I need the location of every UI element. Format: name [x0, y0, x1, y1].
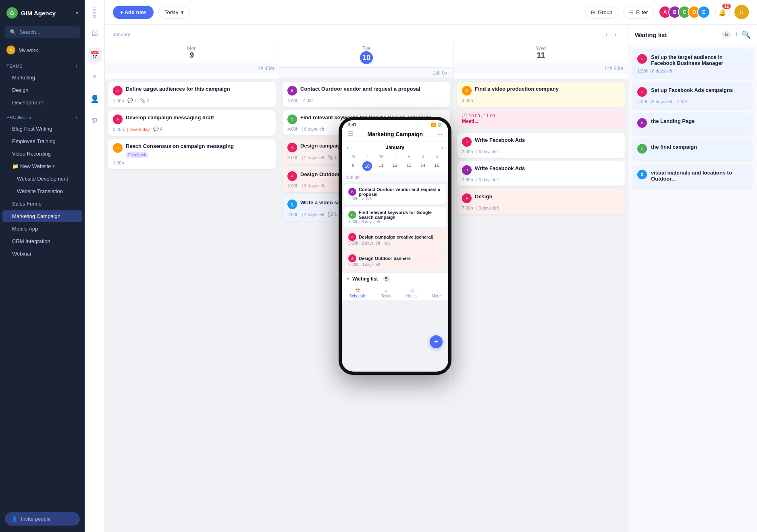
- task-title: Reach Consensus on campaign messaging: [126, 143, 271, 149]
- sidebar-item-mobile-app[interactable]: Mobile App: [2, 223, 82, 235]
- task-card[interactable]: B Contact Ourdoor vendor and request a p…: [283, 82, 450, 107]
- my-work-item[interactable]: ✦ My work: [0, 42, 85, 58]
- search-bar[interactable]: 🔍 Search...: [5, 26, 80, 38]
- phone-nav-notes[interactable]: 📄 Notes: [406, 289, 417, 298]
- today-button[interactable]: Today ▾: [158, 6, 190, 19]
- filter-label: Filter: [636, 9, 648, 15]
- waiting-item-title: the Landing Page: [651, 118, 748, 124]
- phone-calendar-header: ‹ January › M T W T F S S 9 10 11 12 13 …: [342, 141, 448, 173]
- phone-nav-more[interactable]: ··· More: [432, 289, 441, 298]
- task-card[interactable]: A Develop campaign messaging draft 0:45h…: [108, 110, 276, 136]
- task-card[interactable]: B Write Facebook Ads 2:30h | 6 days left: [457, 161, 625, 186]
- task-card[interactable]: A Write Facebook Ads 2:30h | 6 days left: [457, 133, 625, 158]
- invite-label: Invite people: [21, 516, 51, 522]
- sidebar-item-video-recording[interactable]: Video Recording: [2, 148, 82, 160]
- task-meta: 1:00h 💬 7 📎 2: [113, 98, 271, 103]
- waiting-list-panel: Waiting list 5 + 🔍 A Set up the target a…: [628, 25, 757, 532]
- phone-task-card[interactable]: B Contact Ourdoor vendor and request a p…: [344, 184, 446, 204]
- agency-dropdown-icon[interactable]: ▾: [76, 10, 78, 16]
- phone-fab-button[interactable]: +: [430, 335, 443, 348]
- phone-cal-day-9[interactable]: 9: [347, 161, 360, 171]
- waiting-add-icon[interactable]: +: [734, 30, 738, 39]
- phone-cal-day-15[interactable]: 15: [430, 161, 443, 171]
- user-avatar[interactable]: U: [734, 5, 749, 19]
- notification-button[interactable]: 🔔 12: [715, 5, 730, 19]
- sidebar-item-website-translation[interactable]: Website Translation: [2, 185, 82, 197]
- filter-button[interactable]: ⊟ Filter: [623, 6, 654, 19]
- phone-app-title: Marketing Campaign: [353, 131, 437, 137]
- phone-prev-month[interactable]: ‹: [347, 144, 349, 151]
- phone-cal-day-12[interactable]: 12: [389, 161, 402, 171]
- next-day-button[interactable]: ›: [611, 27, 620, 42]
- phone-cal-day-14[interactable]: 14: [416, 161, 430, 171]
- projects-add-button[interactable]: +: [74, 114, 78, 121]
- sidebar-item-design[interactable]: Design: [2, 84, 82, 96]
- phone-signal-icons: 📶 🔋: [431, 123, 442, 127]
- task-time: 7:00h: [462, 206, 473, 210]
- app-logo[interactable]: G GIM Agency ▾: [0, 0, 85, 26]
- sidebar-item-website-development[interactable]: Website Development: [2, 173, 82, 185]
- task-card[interactable]: D Reach Consensus on campaign messaging …: [108, 139, 276, 169]
- phone-tasks: B Contact Ourdoor vendor and request a p…: [342, 181, 448, 272]
- waiting-item-title: the final campaign: [651, 144, 748, 150]
- sidebar-item-marketing[interactable]: Marketing: [2, 72, 82, 83]
- wednesday-tasks: D Find a video production company 1:30h …: [454, 79, 628, 532]
- phone-task-card-pink[interactable]: A Design Outdoor banners 2:00h | 3 days …: [344, 251, 446, 270]
- sidebar-item-blog-post-writing[interactable]: Blog Post Writing: [2, 123, 82, 135]
- group-button[interactable]: ⊞ Group: [585, 6, 618, 19]
- tool-check-icon[interactable]: ☑: [87, 26, 102, 41]
- sidebar-item-new-website[interactable]: 📁 New Website ▾: [2, 160, 82, 172]
- sidebar-item-development[interactable]: Development: [2, 97, 82, 108]
- waiting-item[interactable]: C the final campaign: [632, 139, 753, 161]
- add-new-button[interactable]: + Add new: [113, 6, 154, 19]
- day-header-9: Mon 9 2h 45m: [105, 42, 279, 79]
- task-time: 2:30h: [462, 177, 473, 182]
- phone-menu-icon[interactable]: ☰: [347, 130, 353, 138]
- tool-list-icon[interactable]: ≡: [87, 70, 102, 84]
- phone-cal-day-10[interactable]: 10: [362, 161, 372, 171]
- new-website-collapse-icon[interactable]: ▾: [52, 164, 55, 169]
- sidebar-item-crm-integration[interactable]: CRM Integration: [2, 235, 82, 247]
- sidebar-item-employee-training[interactable]: Employee Training: [2, 135, 82, 147]
- waiting-item[interactable]: E visual materials and locations to Outd…: [632, 165, 753, 189]
- tool-settings-icon[interactable]: ⚙: [87, 113, 102, 128]
- phone-task-title: Design Outdoor banners: [359, 256, 411, 261]
- phone-more-icon[interactable]: ···: [437, 131, 443, 138]
- task-assignee-avatar: B: [287, 86, 297, 96]
- phone-next-month[interactable]: ›: [441, 144, 443, 151]
- phone-nav-tasks[interactable]: ✓ Tasks: [381, 289, 391, 298]
- phone-nav-schedule[interactable]: 📅 Schedule: [349, 289, 366, 298]
- task-title: Write Facebook Ads: [475, 165, 620, 171]
- task-card-pink[interactable]: A Design 7:00h | 3 days left: [457, 189, 625, 214]
- sidebar-item-sales-funnel[interactable]: Sales Funnel: [2, 198, 82, 210]
- phone-task-card[interactable]: C Find relevant keywords for Google Sear…: [344, 207, 446, 227]
- tool-calendar-icon[interactable]: 📅: [87, 48, 102, 62]
- projects-section-header: Projects +: [0, 109, 85, 123]
- prev-day-button[interactable]: ‹: [602, 27, 611, 42]
- sidebar-item-webinar[interactable]: Webinar: [2, 248, 82, 260]
- phone-waiting-collapse-icon[interactable]: ▾: [347, 276, 349, 282]
- phone-status-bar: 9:41 📶 🔋: [342, 120, 448, 127]
- task-card[interactable]: A Define target audiences for this campa…: [108, 82, 276, 107]
- search-placeholder: Search...: [19, 29, 40, 35]
- waiting-item[interactable]: A Set up Facebook Ads campaigns 4:00h | …: [632, 82, 753, 109]
- waiting-search-icon[interactable]: 🔍: [742, 30, 751, 39]
- phone-overlay: 9:41 📶 🔋 ☰ Marketing Campaign ··· ‹ Janu…: [339, 117, 451, 375]
- phone-task-title: Contact Ourdoor vendor and request a pro…: [359, 187, 442, 197]
- phone-task-card-pink[interactable]: A Design campaign creative (general) 3:0…: [344, 230, 446, 249]
- sidebar-item-marketing-campaign[interactable]: Marketing Campaign: [2, 210, 82, 222]
- phone-cal-day-11[interactable]: 11: [374, 161, 388, 171]
- invite-people-button[interactable]: 👤 Invite people: [5, 512, 80, 526]
- tools-sidebar: Tools ☑ 📅 ≡ 👤 ⚙: [85, 0, 105, 532]
- task-meta: 7:00h | 3 days left: [462, 206, 620, 210]
- waiting-item[interactable]: A Set up the target audience in Facebook…: [632, 49, 753, 78]
- teams-add-button[interactable]: +: [74, 62, 78, 70]
- avatar-5[interactable]: E: [697, 6, 710, 19]
- phone-cal-header-t: T: [361, 153, 374, 160]
- phone-cal-header-f: F: [402, 153, 416, 160]
- phone-cal-day-13[interactable]: 13: [402, 161, 416, 171]
- tool-person-icon[interactable]: 👤: [87, 91, 102, 106]
- task-assignee-avatar: A: [462, 137, 472, 147]
- task-card-yellow[interactable]: D Find a video production company 1:30h: [457, 82, 625, 107]
- waiting-item[interactable]: B the Landing Page: [632, 113, 753, 135]
